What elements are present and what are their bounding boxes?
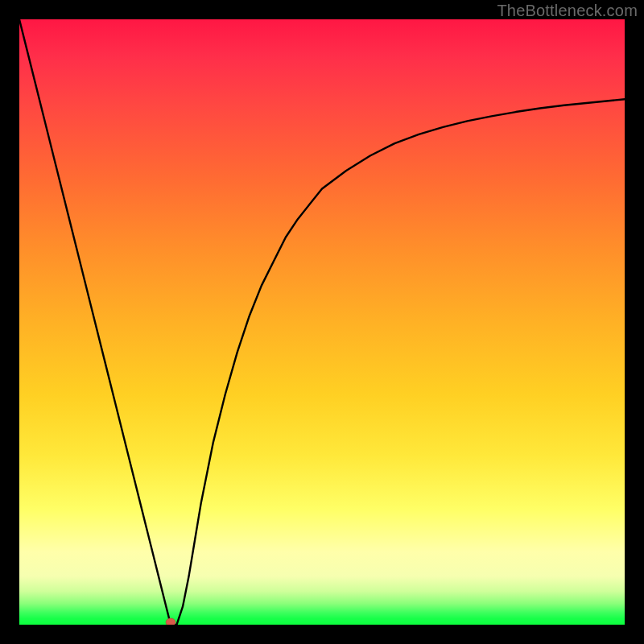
chart-plot-area	[19, 19, 625, 625]
bottleneck-curve-path	[19, 19, 625, 625]
chart-frame	[19, 19, 625, 625]
minimum-marker	[166, 618, 175, 625]
chart-svg	[19, 19, 625, 625]
watermark-text: TheBottleneck.com	[497, 2, 638, 20]
